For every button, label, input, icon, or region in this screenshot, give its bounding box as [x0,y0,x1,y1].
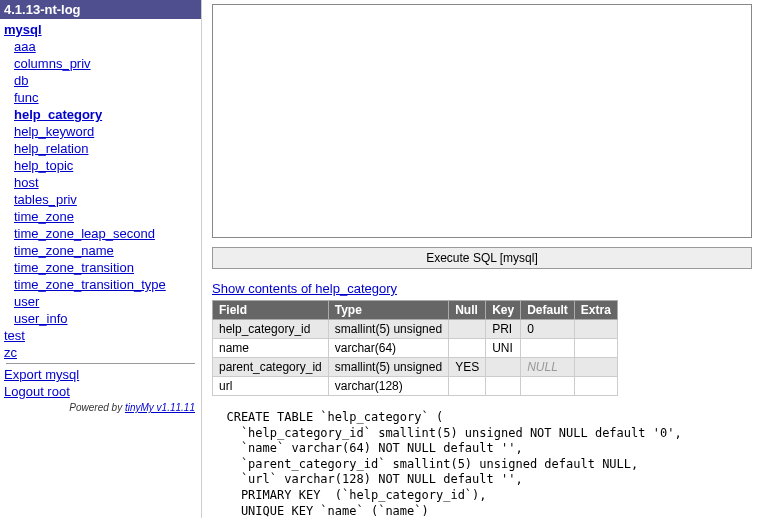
cell-extra [574,320,617,339]
cell-null [449,377,486,396]
table-link-time_zone_transition_type[interactable]: time_zone_transition_type [0,276,201,293]
schema-table: FieldTypeNullKeyDefaultExtra help_catego… [212,300,618,396]
column-header: Default [521,301,575,320]
cell-type: varchar(128) [328,377,448,396]
table-link-user_info[interactable]: user_info [0,310,201,327]
export-link[interactable]: Export mysql [0,366,201,383]
table-row: namevarchar(64)UNI [213,339,618,358]
cell-default [521,339,575,358]
cell-field: parent_category_id [213,358,329,377]
table-link-user[interactable]: user [0,293,201,310]
table-link-time_zone_name[interactable]: time_zone_name [0,242,201,259]
cell-key: PRI [486,320,521,339]
table-row: help_category_idsmallint(5) unsignedPRI0 [213,320,618,339]
cell-default: 0 [521,320,575,339]
cell-default: NULL [521,358,575,377]
execute-sql-button[interactable]: Execute SQL [mysql] [212,247,752,269]
cell-null [449,339,486,358]
column-header: Null [449,301,486,320]
table-link-time_zone_leap_second[interactable]: time_zone_leap_second [0,225,201,242]
column-header: Field [213,301,329,320]
divider [6,363,195,364]
cell-key: UNI [486,339,521,358]
cell-extra [574,339,617,358]
table-link-help_category[interactable]: help_category [0,106,201,123]
table-link-help_topic[interactable]: help_topic [0,157,201,174]
table-link-help_keyword[interactable]: help_keyword [0,123,201,140]
database-link-zc[interactable]: zc [0,344,201,361]
cell-extra [574,358,617,377]
sidebar: 4.1.13-nt-log mysql aaacolumns_privdbfun… [0,0,202,518]
cell-extra [574,377,617,396]
powered-by: Powered by tinyMy v1.11.11 [0,400,201,415]
column-header: Key [486,301,521,320]
table-link-columns_priv[interactable]: columns_priv [0,55,201,72]
cell-field: help_category_id [213,320,329,339]
cell-key [486,358,521,377]
table-link-tables_priv[interactable]: tables_priv [0,191,201,208]
cell-null: YES [449,358,486,377]
show-contents-link[interactable]: Show contents of help_category [212,281,397,296]
database-link[interactable]: mysql [0,21,201,38]
table-link-aaa[interactable]: aaa [0,38,201,55]
create-table-sql: CREATE TABLE `help_category` ( `help_cat… [212,410,752,518]
cell-type: smallint(5) unsigned [328,358,448,377]
table-row: parent_category_idsmallint(5) unsignedYE… [213,358,618,377]
cell-key [486,377,521,396]
sql-input[interactable] [212,4,752,238]
cell-field: url [213,377,329,396]
table-link-help_relation[interactable]: help_relation [0,140,201,157]
table-link-time_zone[interactable]: time_zone [0,208,201,225]
database-link-test[interactable]: test [0,327,201,344]
cell-type: smallint(5) unsigned [328,320,448,339]
cell-field: name [213,339,329,358]
main-panel: Execute SQL [mysql] Show contents of hel… [202,0,762,518]
cell-type: varchar(64) [328,339,448,358]
table-link-db[interactable]: db [0,72,201,89]
column-header: Type [328,301,448,320]
cell-null [449,320,486,339]
logout-link[interactable]: Logout root [0,383,201,400]
table-row: urlvarchar(128) [213,377,618,396]
table-link-time_zone_transition[interactable]: time_zone_transition [0,259,201,276]
table-link-host[interactable]: host [0,174,201,191]
powered-link[interactable]: tinyMy v1.11.11 [125,402,195,413]
version-header: 4.1.13-nt-log [0,0,201,19]
cell-default [521,377,575,396]
table-link-func[interactable]: func [0,89,201,106]
column-header: Extra [574,301,617,320]
